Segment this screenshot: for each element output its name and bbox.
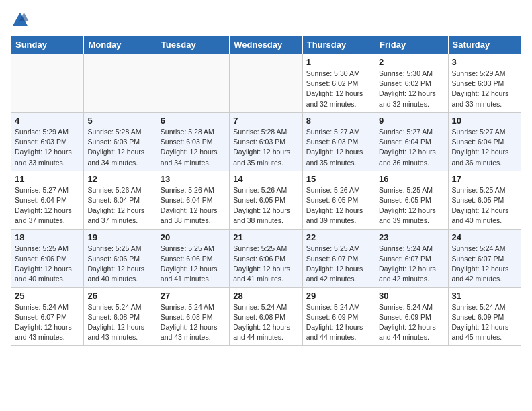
calendar-cell: 29Sunrise: 5:24 AMSunset: 6:09 PMDayligh… bbox=[302, 287, 375, 346]
calendar-cell: 16Sunrise: 5:25 AMSunset: 6:05 PMDayligh… bbox=[375, 171, 448, 229]
calendar-week-row: 1Sunrise: 5:30 AMSunset: 6:02 PMDaylight… bbox=[11, 54, 521, 113]
day-number: 15 bbox=[306, 174, 371, 184]
calendar-cell: 6Sunrise: 5:28 AMSunset: 6:03 PMDaylight… bbox=[157, 112, 229, 171]
calendar-week-row: 18Sunrise: 5:25 AMSunset: 6:06 PMDayligh… bbox=[11, 229, 521, 287]
day-number: 21 bbox=[233, 232, 298, 242]
day-info: Sunrise: 5:24 AMSunset: 6:09 PMDaylight:… bbox=[306, 302, 371, 343]
day-number: 14 bbox=[233, 174, 298, 184]
day-info: Sunrise: 5:24 AMSunset: 6:07 PMDaylight:… bbox=[15, 302, 80, 343]
day-number: 5 bbox=[87, 116, 152, 126]
day-number: 24 bbox=[452, 232, 517, 242]
day-number: 25 bbox=[15, 291, 80, 301]
weekday-header-tuesday: Tuesday bbox=[157, 36, 229, 54]
calendar-cell bbox=[230, 54, 302, 113]
weekday-header-saturday: Saturday bbox=[448, 36, 521, 54]
day-number: 6 bbox=[161, 116, 226, 126]
weekday-header-thursday: Thursday bbox=[302, 36, 375, 54]
day-number: 9 bbox=[379, 116, 444, 126]
day-number: 3 bbox=[452, 57, 517, 67]
day-info: Sunrise: 5:25 AMSunset: 6:06 PMDaylight:… bbox=[161, 244, 226, 285]
calendar-cell: 4Sunrise: 5:29 AMSunset: 6:03 PMDaylight… bbox=[11, 112, 84, 171]
calendar-cell: 20Sunrise: 5:25 AMSunset: 6:06 PMDayligh… bbox=[157, 229, 229, 287]
weekday-header-sunday: Sunday bbox=[11, 36, 84, 54]
day-number: 7 bbox=[233, 116, 298, 126]
page-header bbox=[11, 11, 521, 30]
calendar-cell: 14Sunrise: 5:26 AMSunset: 6:05 PMDayligh… bbox=[230, 171, 302, 229]
calendar-cell: 23Sunrise: 5:24 AMSunset: 6:07 PMDayligh… bbox=[375, 229, 448, 287]
calendar-table: SundayMondayTuesdayWednesdayThursdayFrid… bbox=[11, 35, 521, 346]
day-number: 30 bbox=[379, 291, 444, 301]
day-info: Sunrise: 5:29 AMSunset: 6:03 PMDaylight:… bbox=[452, 68, 517, 109]
day-number: 11 bbox=[15, 174, 80, 184]
calendar-cell: 18Sunrise: 5:25 AMSunset: 6:06 PMDayligh… bbox=[11, 229, 84, 287]
day-number: 2 bbox=[379, 57, 444, 67]
day-info: Sunrise: 5:30 AMSunset: 6:02 PMDaylight:… bbox=[306, 68, 371, 109]
day-info: Sunrise: 5:27 AMSunset: 6:04 PMDaylight:… bbox=[15, 185, 80, 226]
day-info: Sunrise: 5:27 AMSunset: 6:04 PMDaylight:… bbox=[452, 127, 517, 168]
day-info: Sunrise: 5:28 AMSunset: 6:03 PMDaylight:… bbox=[87, 127, 152, 168]
day-number: 23 bbox=[379, 232, 444, 242]
calendar-week-row: 25Sunrise: 5:24 AMSunset: 6:07 PMDayligh… bbox=[11, 287, 521, 346]
day-info: Sunrise: 5:28 AMSunset: 6:03 PMDaylight:… bbox=[233, 127, 298, 168]
day-number: 28 bbox=[233, 291, 298, 301]
day-number: 18 bbox=[15, 232, 80, 242]
day-number: 20 bbox=[161, 232, 226, 242]
day-info: Sunrise: 5:26 AMSunset: 6:05 PMDaylight:… bbox=[233, 185, 298, 226]
calendar-week-row: 4Sunrise: 5:29 AMSunset: 6:03 PMDaylight… bbox=[11, 112, 521, 171]
day-info: Sunrise: 5:25 AMSunset: 6:06 PMDaylight:… bbox=[87, 244, 152, 285]
day-number: 26 bbox=[87, 291, 152, 301]
day-info: Sunrise: 5:28 AMSunset: 6:03 PMDaylight:… bbox=[161, 127, 226, 168]
day-number: 19 bbox=[87, 232, 152, 242]
calendar-cell: 25Sunrise: 5:24 AMSunset: 6:07 PMDayligh… bbox=[11, 287, 84, 346]
day-number: 16 bbox=[379, 174, 444, 184]
calendar-cell: 10Sunrise: 5:27 AMSunset: 6:04 PMDayligh… bbox=[448, 112, 521, 171]
day-number: 29 bbox=[306, 291, 371, 301]
day-info: Sunrise: 5:24 AMSunset: 6:08 PMDaylight:… bbox=[87, 302, 152, 343]
day-info: Sunrise: 5:27 AMSunset: 6:04 PMDaylight:… bbox=[379, 127, 444, 168]
day-info: Sunrise: 5:24 AMSunset: 6:09 PMDaylight:… bbox=[379, 302, 444, 343]
calendar-cell: 31Sunrise: 5:24 AMSunset: 6:09 PMDayligh… bbox=[448, 287, 521, 346]
day-info: Sunrise: 5:25 AMSunset: 6:05 PMDaylight:… bbox=[379, 185, 444, 226]
day-info: Sunrise: 5:26 AMSunset: 6:04 PMDaylight:… bbox=[87, 185, 152, 226]
weekday-header-wednesday: Wednesday bbox=[230, 36, 302, 54]
weekday-header-monday: Monday bbox=[84, 36, 157, 54]
day-number: 10 bbox=[452, 116, 517, 126]
calendar-cell: 17Sunrise: 5:25 AMSunset: 6:05 PMDayligh… bbox=[448, 171, 521, 229]
day-info: Sunrise: 5:29 AMSunset: 6:03 PMDaylight:… bbox=[15, 127, 80, 168]
calendar-cell: 1Sunrise: 5:30 AMSunset: 6:02 PMDaylight… bbox=[302, 54, 375, 113]
calendar-week-row: 11Sunrise: 5:27 AMSunset: 6:04 PMDayligh… bbox=[11, 171, 521, 229]
day-number: 27 bbox=[161, 291, 226, 301]
calendar-cell: 26Sunrise: 5:24 AMSunset: 6:08 PMDayligh… bbox=[84, 287, 157, 346]
calendar-body: 1Sunrise: 5:30 AMSunset: 6:02 PMDaylight… bbox=[11, 54, 521, 346]
calendar-cell: 2Sunrise: 5:30 AMSunset: 6:02 PMDaylight… bbox=[375, 54, 448, 113]
day-info: Sunrise: 5:26 AMSunset: 6:04 PMDaylight:… bbox=[161, 185, 226, 226]
calendar-cell: 13Sunrise: 5:26 AMSunset: 6:04 PMDayligh… bbox=[157, 171, 229, 229]
calendar-cell: 8Sunrise: 5:27 AMSunset: 6:03 PMDaylight… bbox=[302, 112, 375, 171]
calendar-cell bbox=[11, 54, 84, 113]
calendar-cell: 24Sunrise: 5:24 AMSunset: 6:07 PMDayligh… bbox=[448, 229, 521, 287]
calendar-cell bbox=[157, 54, 229, 113]
day-info: Sunrise: 5:24 AMSunset: 6:08 PMDaylight:… bbox=[233, 302, 298, 343]
weekday-header-row: SundayMondayTuesdayWednesdayThursdayFrid… bbox=[11, 36, 521, 54]
day-number: 13 bbox=[161, 174, 226, 184]
calendar-cell: 9Sunrise: 5:27 AMSunset: 6:04 PMDaylight… bbox=[375, 112, 448, 171]
day-info: Sunrise: 5:24 AMSunset: 6:08 PMDaylight:… bbox=[161, 302, 226, 343]
day-info: Sunrise: 5:25 AMSunset: 6:05 PMDaylight:… bbox=[452, 185, 517, 226]
calendar-header: SundayMondayTuesdayWednesdayThursdayFrid… bbox=[11, 36, 521, 54]
day-info: Sunrise: 5:30 AMSunset: 6:02 PMDaylight:… bbox=[379, 68, 444, 109]
calendar-cell: 15Sunrise: 5:26 AMSunset: 6:05 PMDayligh… bbox=[302, 171, 375, 229]
calendar-cell: 7Sunrise: 5:28 AMSunset: 6:03 PMDaylight… bbox=[230, 112, 302, 171]
day-info: Sunrise: 5:24 AMSunset: 6:09 PMDaylight:… bbox=[452, 302, 517, 343]
day-info: Sunrise: 5:25 AMSunset: 6:07 PMDaylight:… bbox=[306, 244, 371, 285]
day-info: Sunrise: 5:25 AMSunset: 6:06 PMDaylight:… bbox=[15, 244, 80, 285]
calendar-cell: 5Sunrise: 5:28 AMSunset: 6:03 PMDaylight… bbox=[84, 112, 157, 171]
day-info: Sunrise: 5:26 AMSunset: 6:05 PMDaylight:… bbox=[306, 185, 371, 226]
calendar-cell: 28Sunrise: 5:24 AMSunset: 6:08 PMDayligh… bbox=[230, 287, 302, 346]
calendar-cell: 21Sunrise: 5:25 AMSunset: 6:06 PMDayligh… bbox=[230, 229, 302, 287]
day-info: Sunrise: 5:24 AMSunset: 6:07 PMDaylight:… bbox=[452, 244, 517, 285]
day-number: 4 bbox=[15, 116, 80, 126]
calendar-cell: 30Sunrise: 5:24 AMSunset: 6:09 PMDayligh… bbox=[375, 287, 448, 346]
calendar-cell: 19Sunrise: 5:25 AMSunset: 6:06 PMDayligh… bbox=[84, 229, 157, 287]
day-number: 8 bbox=[306, 116, 371, 126]
day-number: 1 bbox=[306, 57, 371, 67]
